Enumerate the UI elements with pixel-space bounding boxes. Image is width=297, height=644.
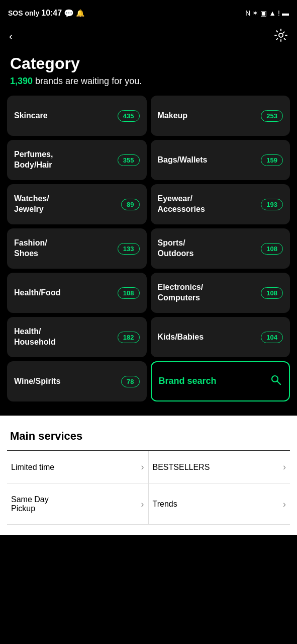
status-right: N ✶ ▣ ▲ ! ▬ — [245, 9, 289, 17]
gear-icon — [274, 28, 288, 42]
vibrate-icon: ▣ — [260, 9, 267, 17]
category-badge: 89 — [121, 199, 139, 210]
category-name: Watches/ Jewelry — [14, 194, 117, 215]
category-grid: Skincare435Makeup253Perfumes, Body/Hair3… — [0, 96, 297, 401]
category-badge: 253 — [261, 110, 283, 122]
service-label: BESTSELLERS — [153, 463, 210, 472]
category-name: Bags/Wallets — [158, 155, 257, 166]
category-card-brand-search[interactable]: Brand search — [151, 361, 290, 401]
status-bar: SOS only 10:47 💬 🔔 N ✶ ▣ ▲ ! ▬ — [0, 0, 297, 24]
service-label: Limited time — [11, 463, 54, 472]
brand-count: 1,390 — [10, 76, 33, 86]
category-card-bags-wallets[interactable]: Bags/Wallets159 — [151, 140, 290, 180]
category-name: Brand search — [159, 375, 266, 387]
svg-line-2 — [277, 381, 281, 385]
search-icon — [270, 374, 282, 389]
services-grid: Limited time›BESTSELLERS›Same Day Pickup… — [7, 451, 290, 525]
category-name: Eyewear/ Accessories — [158, 194, 257, 215]
status-bell-icon: 🔔 — [76, 9, 84, 17]
category-card-fashion--shoes[interactable]: Fashion/ Shoes133 — [7, 228, 147, 269]
service-label: Same Day Pickup — [11, 495, 49, 513]
settings-button[interactable] — [274, 28, 288, 45]
status-left: SOS only 10:47 💬 🔔 — [8, 9, 84, 18]
category-card-health-food[interactable]: Health/Food108 — [7, 273, 147, 313]
category-card-watches--jewelry[interactable]: Watches/ Jewelry89 — [7, 184, 147, 224]
service-item-limited-time[interactable]: Limited time› — [7, 451, 149, 484]
category-card-wine-spirits[interactable]: Wine/Spirits78 — [7, 361, 147, 401]
category-name: Electronics/ Computers — [158, 282, 257, 303]
service-label: Trends — [153, 500, 177, 509]
bluetooth-icon: ✶ — [252, 9, 258, 17]
header-nav: ‹ — [0, 24, 297, 49]
category-card-perfumes--body-hair[interactable]: Perfumes, Body/Hair355 — [7, 140, 147, 180]
nfc-icon: N — [245, 9, 250, 17]
service-item-same-day-pickup[interactable]: Same Day Pickup› — [7, 484, 149, 525]
category-badge: 108 — [118, 287, 140, 299]
wifi-icon: ▲ — [269, 9, 276, 17]
category-badge: 78 — [121, 376, 139, 387]
category-badge: 435 — [118, 110, 140, 122]
chevron-right-icon: › — [283, 499, 286, 510]
chevron-right-icon: › — [141, 462, 144, 472]
page-title-section: Category 1,390 brands are waiting for yo… — [0, 49, 297, 96]
category-badge: 133 — [118, 243, 140, 255]
category-badge: 193 — [261, 199, 283, 210]
main-services-title: Main services — [7, 430, 290, 443]
category-name: Fashion/ Shoes — [14, 238, 114, 259]
main-services-section: Main services Limited time›BESTSELLERS›S… — [0, 416, 297, 535]
category-badge: 355 — [118, 154, 140, 166]
category-name: Sports/ Outdoors — [158, 238, 257, 259]
category-card-electronics--computers[interactable]: Electronics/ Computers108 — [151, 273, 290, 313]
category-name: Skincare — [14, 111, 114, 121]
service-item-trends[interactable]: Trends› — [149, 484, 290, 525]
category-card-skincare[interactable]: Skincare435 — [7, 96, 147, 136]
back-button[interactable]: ‹ — [9, 30, 13, 43]
chevron-right-icon: › — [141, 499, 144, 510]
service-item-bestsellers[interactable]: BESTSELLERS› — [149, 451, 290, 484]
subtitle-text: brands are waiting for you. — [33, 76, 142, 86]
category-badge: 104 — [261, 332, 283, 343]
category-name: Wine/Spirits — [14, 376, 117, 387]
battery-icon: ▬ — [282, 9, 289, 17]
sos-label: SOS only — [8, 9, 39, 17]
page-subtitle: 1,390 brands are waiting for you. — [10, 76, 287, 87]
signal-warning-icon: ! — [278, 9, 280, 17]
svg-point-0 — [279, 33, 283, 37]
category-card-eyewear--accessories[interactable]: Eyewear/ Accessories193 — [151, 184, 290, 224]
chevron-right-icon: › — [283, 462, 286, 472]
category-badge: 108 — [261, 287, 283, 299]
page-title: Category — [10, 54, 287, 73]
category-name: Kids/Babies — [158, 332, 257, 343]
category-card-sports--outdoors[interactable]: Sports/ Outdoors108 — [151, 228, 290, 269]
category-card-makeup[interactable]: Makeup253 — [151, 96, 290, 136]
category-badge: 108 — [261, 243, 283, 255]
category-card-health--household[interactable]: Health/ Household182 — [7, 317, 147, 357]
status-messenger-icon: 💬 — [64, 9, 74, 18]
category-card-kids-babies[interactable]: Kids/Babies104 — [151, 317, 290, 357]
category-name: Health/Food — [14, 288, 114, 298]
category-name: Perfumes, Body/Hair — [14, 149, 114, 171]
category-badge: 182 — [118, 332, 140, 343]
category-name: Makeup — [158, 111, 257, 121]
category-name: Health/ Household — [14, 327, 114, 348]
status-time: 10:47 — [41, 9, 62, 18]
category-badge: 159 — [261, 154, 283, 166]
